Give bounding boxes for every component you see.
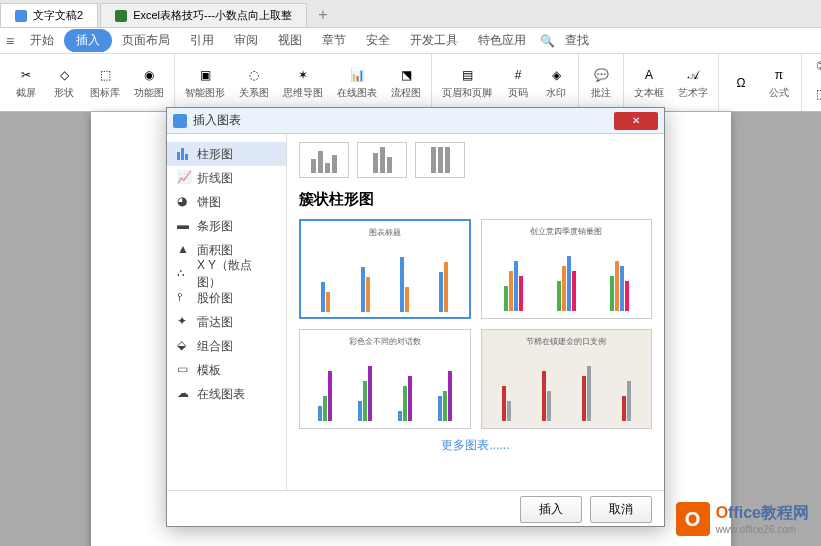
document-tab[interactable]: 文字文稿2 — [0, 3, 98, 27]
sidebar-item-combo[interactable]: ⬙组合图 — [167, 334, 286, 358]
preview-bars — [488, 351, 646, 421]
ribbon-group: ①插入数字 ⬚对象 📅日期 A̲首字下沉 📎插入附件 ▦文档部件 — [802, 55, 821, 111]
menu-view[interactable]: 视图 — [268, 28, 312, 53]
equation-icon: π — [770, 66, 788, 84]
iconlib-button[interactable]: ⬚图标库 — [86, 64, 124, 102]
scatter-chart-icon: ∴ — [177, 268, 191, 280]
pagenum-button[interactable]: #页码 — [502, 64, 534, 102]
column-chart-icon — [177, 148, 191, 160]
chart-subtype-row — [299, 142, 652, 178]
menu-chapter[interactable]: 章节 — [312, 28, 356, 53]
watermark-button[interactable]: ◈水印 — [540, 64, 572, 102]
chart-preview[interactable]: 节棉在镇建金的日支例 — [481, 329, 653, 429]
textbox-icon: A — [640, 66, 658, 84]
symbol-button[interactable]: Ω — [725, 72, 757, 94]
ribbon-group: 💬批注 — [579, 54, 624, 111]
watermark-title: Office教程网 — [716, 503, 809, 524]
tab-label: 文字文稿2 — [33, 8, 83, 23]
sidebar-item-online[interactable]: ☁在线图表 — [167, 382, 286, 406]
ribbon-group: ✂截屏 ◇形状 ⬚图标库 ◉功能图 — [4, 54, 175, 111]
dialog-content: 簇状柱形图 图表标题 创立意四季度销量图 — [287, 134, 664, 490]
cancel-button[interactable]: 取消 — [590, 496, 652, 523]
sidebar-item-scatter[interactable]: ∴X Y（散点图） — [167, 262, 286, 286]
mindmap-icon: ✶ — [294, 66, 312, 84]
header-button[interactable]: ▤页眉和页脚 — [438, 64, 496, 102]
template-icon: ▭ — [177, 364, 191, 376]
menu-devtools[interactable]: 开发工具 — [400, 28, 468, 53]
subtype-clustered[interactable] — [299, 142, 349, 178]
close-button[interactable]: ✕ — [614, 112, 658, 130]
shapes-button[interactable]: ◇形状 — [48, 64, 80, 102]
smartshape-button[interactable]: ▣智能图形 — [181, 64, 229, 102]
wordart-button[interactable]: 𝒜艺术字 — [674, 64, 712, 102]
sidebar-item-bar[interactable]: ▬条形图 — [167, 214, 286, 238]
menu-featured[interactable]: 特色应用 — [468, 28, 536, 53]
search-label[interactable]: 查找 — [555, 28, 599, 53]
app-menu-icon[interactable]: ≡ — [6, 33, 14, 49]
dialog-footer: 插入 取消 — [167, 490, 664, 528]
equation-button[interactable]: π公式 — [763, 64, 795, 102]
onlinechart-icon: 📊 — [348, 66, 366, 84]
number-icon: ① — [812, 57, 821, 75]
subtype-percent[interactable] — [415, 142, 465, 178]
tab-label: Excel表格技巧---小数点向上取整 — [133, 8, 292, 23]
smartshape-icon: ▣ — [196, 66, 214, 84]
subtype-stacked[interactable] — [357, 142, 407, 178]
iconlib-icon: ⬚ — [96, 66, 114, 84]
smartart-icon: ◉ — [140, 66, 158, 84]
dialog-body: 柱形图 📈折线图 ◕饼图 ▬条形图 ▲面积图 ∴X Y（散点图） ⫯股价图 ✦雷… — [167, 134, 664, 490]
document-tab[interactable]: Excel表格技巧---小数点向上取整 — [100, 3, 307, 27]
ribbon: ✂截屏 ◇形状 ⬚图标库 ◉功能图 ▣智能图形 ◌关系图 ✶思维导图 📊在线图表… — [0, 54, 821, 112]
ribbon-group: Ω π公式 — [719, 54, 802, 111]
document-tabs-bar: 文字文稿2 Excel表格技巧---小数点向上取整 + — [0, 0, 821, 28]
insert-button[interactable]: 插入 — [520, 496, 582, 523]
comment-icon: 💬 — [592, 66, 610, 84]
online-chart-icon: ☁ — [177, 388, 191, 400]
chart-preview[interactable]: 图表标题 — [299, 219, 471, 319]
preview-bars — [306, 351, 464, 421]
smartart-button[interactable]: ◉功能图 — [130, 64, 168, 102]
comment-button[interactable]: 💬批注 — [585, 64, 617, 102]
menu-insert[interactable]: 插入 — [64, 29, 112, 52]
menu-security[interactable]: 安全 — [356, 28, 400, 53]
sidebar-item-radar[interactable]: ✦雷达图 — [167, 310, 286, 334]
sidebar-item-line[interactable]: 📈折线图 — [167, 166, 286, 190]
header-icon: ▤ — [458, 66, 476, 84]
area-chart-icon: ▲ — [177, 244, 191, 256]
chart-preview[interactable]: 彩色金不同的对话数 — [299, 329, 471, 429]
preview-bars — [307, 242, 463, 312]
ribbon-group: ▣智能图形 ◌关系图 ✶思维导图 📊在线图表 ⬔流程图 — [175, 54, 432, 111]
line-chart-icon: 📈 — [177, 172, 191, 184]
insert-chart-dialog: 插入图表 ✕ 柱形图 📈折线图 ◕饼图 ▬条形图 ▲面积图 ∴X Y（散点图） … — [166, 107, 665, 527]
sidebar-item-column[interactable]: 柱形图 — [167, 142, 286, 166]
watermark-icon: ◈ — [547, 66, 565, 84]
more-charts-link[interactable]: 更多图表...... — [299, 429, 652, 462]
onlinechart-button[interactable]: 📊在线图表 — [333, 64, 381, 102]
search-icon[interactable]: 🔍 — [540, 34, 555, 48]
crop-icon: ✂ — [17, 66, 35, 84]
sidebar-item-pie[interactable]: ◕饼图 — [167, 190, 286, 214]
textbox-button[interactable]: A文本框 — [630, 64, 668, 102]
number-button[interactable]: ①插入数字 — [808, 55, 821, 77]
new-tab-button[interactable]: + — [309, 3, 337, 27]
ribbon-group: A文本框 𝒜艺术字 — [624, 54, 719, 111]
menu-layout[interactable]: 页面布局 — [112, 28, 180, 53]
doc-icon — [115, 10, 127, 22]
sidebar-item-template[interactable]: ▭模板 — [167, 358, 286, 382]
chart-preview[interactable]: 创立意四季度销量图 — [481, 219, 653, 319]
relation-button[interactable]: ◌关系图 — [235, 64, 273, 102]
mindmap-button[interactable]: ✶思维导图 — [279, 64, 327, 102]
object-button[interactable]: ⬚对象 — [808, 83, 821, 105]
menu-bar: ≡ 开始 插入 页面布局 引用 审阅 视图 章节 安全 开发工具 特色应用 🔍 … — [0, 28, 821, 54]
chart-type-sidebar: 柱形图 📈折线图 ◕饼图 ▬条形图 ▲面积图 ∴X Y（散点图） ⫯股价图 ✦雷… — [167, 134, 287, 490]
flowchart-icon: ⬔ — [397, 66, 415, 84]
menu-home[interactable]: 开始 — [20, 28, 64, 53]
dialog-titlebar[interactable]: 插入图表 ✕ — [167, 108, 664, 134]
watermark: O Office教程网 www.office26.com — [676, 502, 809, 536]
screenshot-button[interactable]: ✂截屏 — [10, 64, 42, 102]
menu-review[interactable]: 审阅 — [224, 28, 268, 53]
flowchart-button[interactable]: ⬔流程图 — [387, 64, 425, 102]
dialog-icon — [173, 114, 187, 128]
pagenum-icon: # — [509, 66, 527, 84]
menu-references[interactable]: 引用 — [180, 28, 224, 53]
